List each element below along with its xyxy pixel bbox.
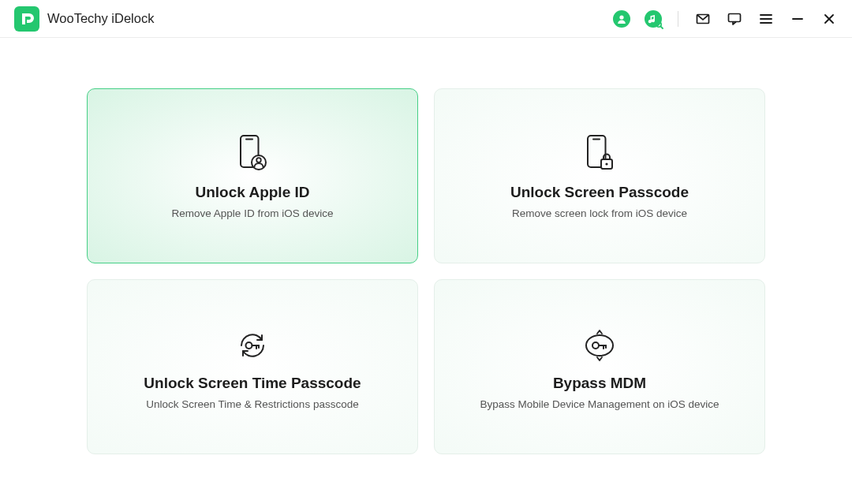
key-arrows-icon — [581, 324, 618, 362]
card-unlock-screen-time[interactable]: Unlock Screen Time Passcode Unlock Scree… — [87, 279, 418, 454]
svg-line-2 — [660, 26, 663, 28]
svg-point-18 — [605, 162, 607, 165]
titlebar-actions — [613, 10, 838, 28]
music-icon[interactable] — [645, 10, 662, 28]
card-desc: Bypass Mobile Device Management on iOS d… — [480, 398, 719, 410]
phone-user-icon — [234, 133, 271, 171]
card-desc: Unlock Screen Time & Restrictions passco… — [146, 398, 358, 410]
titlebar: WooTechy iDelock — [0, 0, 852, 38]
main-content: Unlock Apple ID Remove Apple ID from iOS… — [0, 38, 852, 454]
svg-point-19 — [246, 342, 252, 349]
phone-lock-icon — [581, 133, 618, 171]
svg-rect-4 — [729, 13, 741, 21]
key-refresh-icon — [234, 324, 271, 362]
card-title: Bypass MDM — [553, 375, 646, 392]
app-logo-block: WooTechy iDelock — [14, 6, 154, 32]
app-logo-icon — [14, 6, 39, 32]
svg-point-0 — [619, 15, 623, 19]
card-title: Unlock Screen Time Passcode — [144, 375, 361, 392]
svg-point-24 — [592, 342, 599, 349]
card-desc: Remove screen lock from iOS device — [512, 207, 687, 219]
close-button[interactable] — [820, 10, 838, 28]
mail-icon[interactable] — [694, 10, 712, 28]
card-unlock-apple-id[interactable]: Unlock Apple ID Remove Apple ID from iOS… — [87, 88, 418, 263]
app-title: WooTechy iDelock — [47, 11, 154, 26]
card-title: Unlock Screen Passcode — [510, 184, 689, 201]
menu-icon[interactable] — [757, 10, 775, 28]
minimize-button[interactable] — [789, 10, 806, 28]
separator — [678, 11, 678, 27]
card-unlock-screen-passcode[interactable]: Unlock Screen Passcode Remove screen loc… — [434, 88, 765, 263]
card-desc: Remove Apple ID from iOS device — [172, 207, 334, 219]
card-title: Unlock Apple ID — [196, 184, 310, 201]
feedback-icon[interactable] — [726, 10, 743, 28]
card-bypass-mdm[interactable]: Bypass MDM Bypass Mobile Device Manageme… — [434, 279, 765, 454]
account-icon[interactable] — [613, 10, 630, 28]
